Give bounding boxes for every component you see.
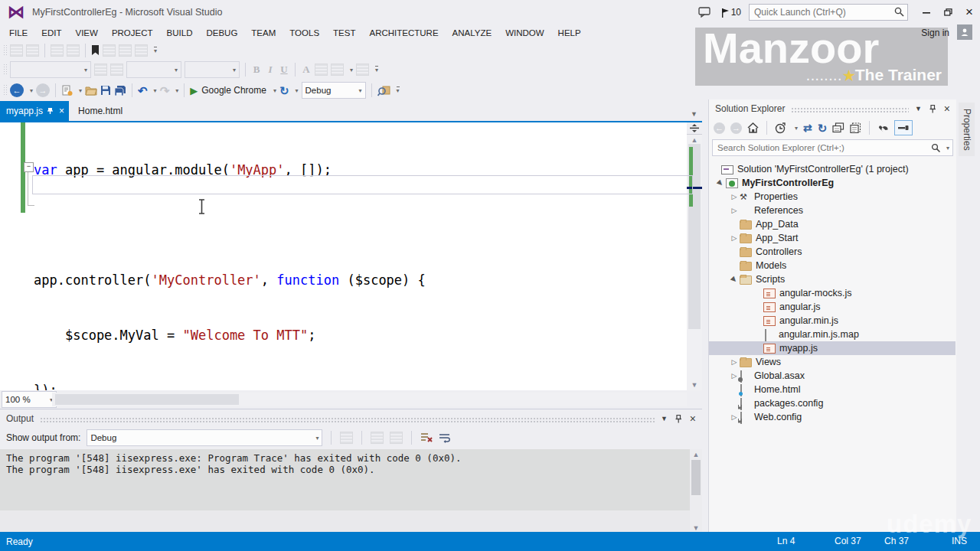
menu-team[interactable]: TEAM (244, 28, 283, 37)
pin-icon[interactable] (47, 107, 54, 115)
expander-collapsed-icon[interactable]: ▷ (730, 207, 738, 214)
tab-list-dropdown-icon[interactable]: ▼ (691, 110, 697, 118)
menu-edit[interactable]: EDIT (34, 28, 68, 37)
scroll-down-icon[interactable]: ▼ (687, 381, 702, 389)
solution-configuration-combo[interactable]: Debug▾ (302, 82, 366, 99)
tree-item-web-config[interactable]: ▷ Web.config (709, 410, 956, 424)
find-message-icon[interactable] (340, 432, 353, 444)
tree-item-app-data[interactable]: App_Data (709, 217, 956, 231)
minimize-button[interactable] (916, 4, 937, 21)
tree-item-global-asax[interactable]: ▷ Global.asax (709, 369, 956, 383)
refresh-dropdown[interactable]: ▾ (296, 87, 299, 94)
show-all-files-icon[interactable] (832, 122, 844, 133)
table-outline-icon[interactable] (10, 44, 23, 57)
tab-myapp-js[interactable]: myapp.js × (0, 101, 69, 121)
editor-vertical-scrollbar[interactable]: ▲ ▼ (687, 121, 702, 392)
italic-button[interactable]: I (265, 64, 276, 76)
close-icon[interactable]: × (944, 103, 950, 115)
font-name-combo[interactable]: ▾ (126, 61, 181, 78)
new-item-icon[interactable] (61, 85, 73, 96)
scroll-up-icon[interactable]: ▲ (687, 136, 702, 144)
expander-collapsed-icon[interactable]: ▷ (730, 193, 738, 201)
navigate-forward-icon[interactable]: → (36, 83, 50, 97)
output-text[interactable]: The program '[548] iisexpress.exe: Progr… (0, 449, 696, 514)
scroll-up-icon[interactable]: ▲ (690, 451, 702, 458)
pane-drag-grip[interactable] (791, 107, 909, 112)
highlight-icon[interactable] (315, 64, 328, 76)
run-target-dropdown[interactable]: ▾ (273, 87, 276, 94)
restore-button[interactable] (937, 4, 959, 21)
open-file-icon[interactable] (85, 85, 97, 96)
alignment-icon[interactable] (331, 64, 344, 76)
font-size-combo[interactable]: ▾ (185, 61, 240, 78)
properties-wrench-icon[interactable] (877, 122, 889, 133)
split-editor-handle[interactable] (687, 122, 702, 135)
next-message-icon[interactable] (390, 432, 403, 444)
sync-with-active-document-icon[interactable]: ⇄ (803, 122, 812, 134)
toolbar-grip[interactable] (3, 84, 7, 96)
redo-dropdown[interactable]: ▾ (175, 87, 178, 94)
feedback-comment-icon[interactable] (698, 7, 710, 18)
toolbar-overflow-icon[interactable]: ▾ (375, 66, 378, 73)
style-inline-icon[interactable] (110, 64, 123, 76)
pin-icon[interactable] (929, 105, 936, 113)
navigate-backward-icon[interactable]: ← (10, 83, 24, 97)
output-vertical-scrollbar[interactable]: ▲ ▼ (690, 449, 702, 533)
font-color-button[interactable]: A (301, 64, 312, 76)
panel-splitter[interactable] (702, 99, 708, 532)
tree-item-home-html[interactable]: Home.html (709, 383, 956, 396)
window-position-dropdown-icon[interactable]: ▼ (915, 105, 922, 112)
bookmark-icon[interactable] (91, 45, 100, 56)
target-rule-combo[interactable]: ▾ (10, 61, 91, 78)
editor-zoom-combo[interactable]: 100 %▾ (2, 391, 57, 408)
tree-item-views[interactable]: ▷ Views (709, 355, 956, 369)
table-details-icon[interactable] (26, 44, 39, 57)
solution-explorer-title-bar[interactable]: Solution Explorer ▼ × (709, 99, 956, 118)
tree-item-solution[interactable]: Solution 'MyFirstControllerEg' (1 projec… (709, 162, 956, 176)
start-debugging-button[interactable]: ▶ Google Chrome ▾ (190, 85, 276, 96)
user-avatar-icon[interactable] (957, 24, 972, 40)
collapse-all-icon[interactable] (850, 122, 861, 133)
quick-launch[interactable] (749, 4, 908, 21)
close-button[interactable]: × (959, 4, 980, 21)
style-block-icon[interactable] (94, 64, 107, 76)
home-icon[interactable] (747, 122, 759, 133)
toggle-word-wrap-icon[interactable] (439, 433, 451, 443)
editor-horizontal-scrollbar[interactable] (52, 393, 687, 406)
preview-selected-items-toggle[interactable] (894, 120, 913, 135)
previous-message-icon[interactable] (371, 432, 384, 444)
window-position-dropdown-icon[interactable]: ▼ (661, 415, 668, 422)
prev-bookmark-icon[interactable] (103, 44, 116, 57)
clear-all-output-icon[interactable] (420, 432, 433, 443)
new-item-dropdown[interactable]: ▾ (79, 87, 82, 94)
pending-changes-filter-icon[interactable] (775, 122, 786, 134)
close-icon[interactable]: × (690, 412, 696, 425)
save-all-icon[interactable] (114, 85, 126, 96)
tree-item-myapp-js[interactable]: myapp.js (709, 341, 956, 355)
notifications-flag[interactable]: 10 (721, 7, 741, 18)
menu-test[interactable]: TEST (326, 28, 362, 37)
expander-expanded-icon[interactable]: ▶ (715, 178, 726, 188)
output-title-bar[interactable]: Output ▼ × (0, 409, 702, 428)
navigate-backward-dropdown[interactable]: ▾ (30, 87, 33, 94)
forward-icon[interactable]: → (730, 122, 742, 134)
menu-project[interactable]: PROJECT (105, 28, 160, 37)
toolbar-grip[interactable] (3, 44, 7, 57)
menu-file[interactable]: FILE (2, 28, 34, 37)
solution-explorer-search-input[interactable] (713, 143, 931, 152)
undo-icon[interactable]: ↶ (138, 85, 148, 96)
menu-help[interactable]: HELP (551, 28, 588, 37)
menu-architecture[interactable]: ARCHITECTURE (362, 28, 445, 37)
clear-bookmarks-icon[interactable] (135, 44, 148, 57)
search-options-dropdown[interactable]: ▾ (946, 145, 949, 152)
tab-home-html[interactable]: Home.html (69, 101, 132, 121)
expander-expanded-icon[interactable]: ▶ (729, 274, 740, 285)
expander-collapsed-icon[interactable]: ▷ (730, 372, 738, 380)
solution-explorer-search[interactable]: ▾ (712, 139, 953, 156)
expander-collapsed-icon[interactable]: ▷ (730, 413, 738, 421)
toolbar-overflow-icon[interactable]: ▾ (397, 86, 400, 94)
underline-button[interactable]: U (279, 64, 289, 76)
redo-icon[interactable]: ↷ (160, 85, 170, 96)
toolbar-grip[interactable] (3, 64, 7, 76)
pin-icon[interactable] (675, 415, 682, 423)
